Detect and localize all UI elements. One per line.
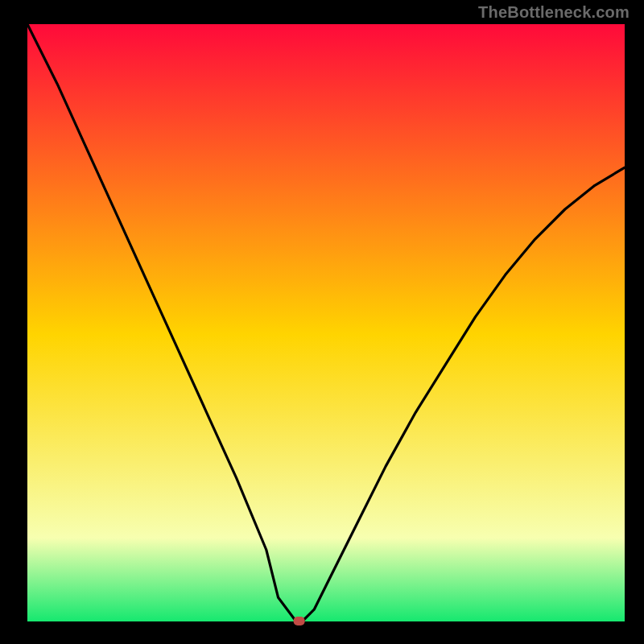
- bottleneck-chart: [0, 0, 644, 644]
- plot-background-gradient: [27, 24, 625, 621]
- chart-frame: TheBottleneck.com: [0, 0, 644, 644]
- watermark-text: TheBottleneck.com: [478, 3, 630, 22]
- optimal-point-marker: [294, 617, 305, 625]
